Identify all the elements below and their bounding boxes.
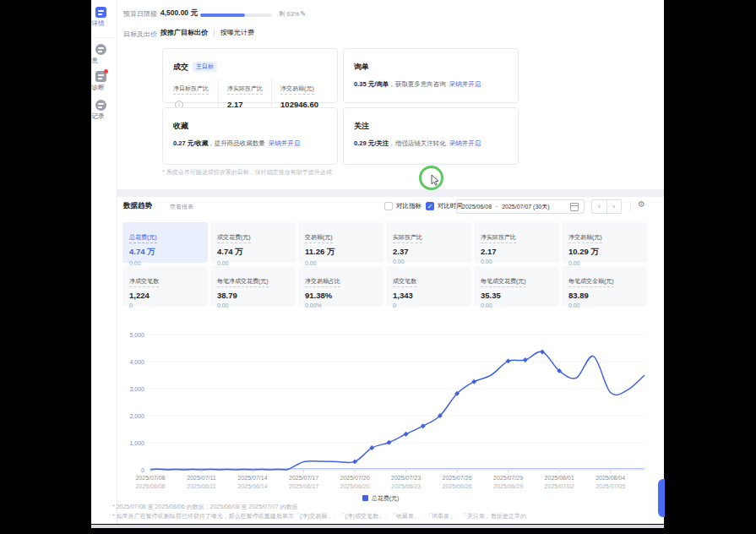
goal-suggestion: 0.27 元/收藏，提升商品收藏数量采纳并开启 <box>173 139 327 148</box>
metric-card-7[interactable]: 每笔净成交花费(元)38.790.00 <box>210 266 296 307</box>
date-prev-button[interactable]: ‹ <box>592 200 606 213</box>
suggestion-price: 0.29 元/关注 <box>354 139 389 147</box>
suggestion-desc: ，获取更多意向咨询 <box>389 80 446 88</box>
controls-divider <box>630 201 631 211</box>
metric-label: 净实际投产比 <box>481 233 516 243</box>
app-window: 广详情创意广诊断作记录 预算日限额： 4,500.00 元 剩 63% ✎ 目标… <box>91 0 664 524</box>
budget-remaining: 剩 63% <box>279 10 300 19</box>
metric-card-9[interactable]: 成交笔数1,3430 <box>386 266 471 307</box>
budget-value: 4,500.00 元 <box>160 8 198 19</box>
metric-card-0[interactable]: 总花费(元)4.74 万0.00 <box>122 222 208 263</box>
date-range-separator: ~ <box>495 204 498 210</box>
metric-value: 83.89 <box>568 291 640 300</box>
metric-label: 交易额(元) <box>305 233 333 243</box>
metric-compare-value: 0 <box>393 302 465 308</box>
goal-card-title: 成交 <box>173 62 188 73</box>
sidebar-item-label: 广详情 <box>91 19 105 28</box>
tab-divider <box>214 29 215 36</box>
svg-text:2025/06/11: 2025/06/11 <box>187 483 216 489</box>
goal-metric-label: 净实际投产比 <box>227 84 263 95</box>
bid-tab-1[interactable]: 按曝光计费 <box>220 28 254 37</box>
svg-text:2025/07/20: 2025/07/20 <box>340 475 370 481</box>
metric-compare-value: 0.00% <box>305 302 377 308</box>
budget-slider[interactable] <box>200 14 272 17</box>
svg-text:2025/07/23: 2025/07/23 <box>391 475 421 481</box>
svg-text:1,000: 1,000 <box>129 440 144 446</box>
metric-compare-value: 0.00 <box>129 260 201 266</box>
chart-range-footnote: * 2025/07/08 至 2025/08/06 的数据；2025/06/08… <box>112 503 297 511</box>
metric-card-3[interactable]: 实际投产比2.370.00 <box>386 222 471 263</box>
metric-compare-value: 0 <box>129 302 201 308</box>
main-goal-badge: 主目标 <box>193 62 217 72</box>
adopt-enable-link[interactable]: 采纳并开启 <box>449 80 481 88</box>
compare-metric-checkbox[interactable] <box>384 202 393 210</box>
metric-value: 38.79 <box>217 291 289 300</box>
compare-metric-label: 对比指标 <box>396 202 422 210</box>
svg-text:2025/06/08: 2025/06/08 <box>135 483 165 489</box>
metric-compare-value: 0.00 <box>393 259 465 264</box>
record-icon <box>95 100 106 111</box>
svg-text:2025/07/17: 2025/07/17 <box>289 475 318 481</box>
metric-card-8[interactable]: 净交易额占比91.38%0.00% <box>298 266 383 307</box>
svg-text:5,000: 5,000 <box>129 332 144 338</box>
metric-label: 每笔净成交花费(元) <box>217 277 269 287</box>
goal-card-0: 成交主目标净目标投产比i2.45 ✎净实际投产比2.17净交易额(元)10294… <box>162 48 338 103</box>
metric-card-5[interactable]: 净交易额(元)10.29 万0.00 <box>562 222 647 263</box>
section-separator <box>117 189 664 197</box>
trends-title: 数据趋势 <box>123 201 152 211</box>
svg-text:2025/06/14: 2025/06/14 <box>238 483 268 489</box>
metric-card-10[interactable]: 每笔成交花费(元)35.350.00 <box>474 266 559 307</box>
adopt-enable-link[interactable]: 采纳并开启 <box>269 139 301 147</box>
metric-label: 实际投产比 <box>393 233 422 243</box>
bidding-tabs: 按推广目标出价按曝光计费 <box>160 28 254 37</box>
svg-text:2025/06/23: 2025/06/23 <box>391 483 421 489</box>
adopt-enable-link[interactable]: 采纳并开启 <box>449 139 481 147</box>
metric-value: 2.37 <box>393 247 465 256</box>
svg-text:2025/08/04: 2025/08/04 <box>596 475 625 481</box>
bottom-strip <box>91 525 664 528</box>
svg-text:2025/07/26: 2025/07/26 <box>443 475 472 481</box>
gear-icon[interactable]: ⚙ <box>638 199 645 209</box>
metric-card-grid: 总花费(元)4.74 万0.00成交花费(元)4.74 万0.00交易额(元)1… <box>122 222 647 307</box>
goal-card-2: 收藏0.27 元/收藏，提升商品收藏数量采纳并开启 <box>162 107 338 165</box>
floating-panel-handle[interactable] <box>658 479 665 517</box>
date-range-picker[interactable]: 2025/06/08 ~ 2025/07/07 (30天) <box>456 199 585 214</box>
metric-compare-value: 0.00 <box>217 302 289 308</box>
metric-value: 10.29 万 <box>568 247 640 258</box>
goal-metric-label: 净目标投产比 <box>173 84 209 95</box>
metric-compare-value: 0.00 <box>217 260 289 266</box>
metric-compare-value: 0.00 <box>481 259 552 264</box>
sidebar-divider <box>93 37 115 38</box>
goal-card-title: 询单 <box>354 62 369 73</box>
view-report-link[interactable]: 查看报表 <box>170 203 193 211</box>
metric-value: 2.17 <box>481 247 552 256</box>
metric-label: 净成交笔数 <box>129 277 159 287</box>
date-range-end: 2025/07/07 (30天) <box>502 203 549 211</box>
metric-value: 4.74 万 <box>129 247 201 258</box>
budget-edit-icon[interactable]: ✎ <box>300 9 306 18</box>
suggestion-desc: ，增强店铺关注转化 <box>389 139 446 147</box>
metric-card-11[interactable]: 每笔成交金额(元)83.890.00 <box>562 266 647 307</box>
date-next-button[interactable]: › <box>606 200 622 213</box>
metric-card-2[interactable]: 交易额(元)11.26 万0.00 <box>298 222 383 263</box>
metric-card-1[interactable]: 成交花费(元)4.74 万0.00 <box>210 222 296 263</box>
screen: 广详情创意广诊断作记录 预算日限额： 4,500.00 元 剩 63% ✎ 目标… <box>0 0 756 534</box>
svg-text:2,000: 2,000 <box>129 413 144 419</box>
metric-label: 每笔成交花费(元) <box>481 277 526 287</box>
plan-detail-icon <box>95 7 106 18</box>
bid-tab-0[interactable]: 按推广目标出价 <box>160 28 208 37</box>
goal-suggestion: 0.35 元/询单，获取更多意向咨询采纳并开启 <box>354 80 508 89</box>
date-pager: ‹ › <box>591 199 622 214</box>
diagnosis-icon <box>95 71 106 82</box>
date-range-start: 2025/06/08 <box>462 204 492 210</box>
metric-label: 总花费(元) <box>129 233 157 243</box>
compare-time-checkbox[interactable]: ✓ <box>426 202 434 210</box>
metric-card-4[interactable]: 净实际投产比2.170.00 <box>474 222 559 263</box>
sidebar-item-label: 广诊断 <box>91 84 105 92</box>
metric-compare-value: 0.00 <box>481 302 552 308</box>
goal-card-title: 收藏 <box>173 121 188 132</box>
metric-value: 1,343 <box>393 291 465 300</box>
metric-label: 成交笔数 <box>393 277 416 287</box>
svg-text:2025/07/02: 2025/07/02 <box>545 483 574 489</box>
metric-card-6[interactable]: 净成交笔数1,2240 <box>122 266 208 307</box>
